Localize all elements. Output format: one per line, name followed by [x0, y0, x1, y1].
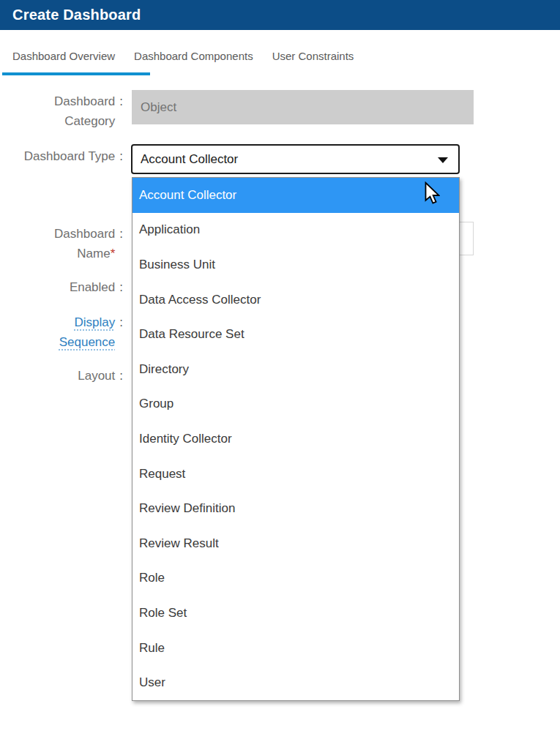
dropdown-option[interactable]: Directory — [132, 352, 459, 387]
dropdown-option[interactable]: Account Collector — [132, 178, 459, 213]
tab-dashboard-overview[interactable]: Dashboard Overview — [12, 44, 115, 62]
label-layout: Layout : — [0, 366, 123, 386]
create-dashboard-dialog: Create Dashboard Dashboard Overview Dash… — [0, 0, 560, 731]
label-dashboard-type: Dashboard Type : — [0, 146, 123, 166]
tab-bar: Dashboard Overview Dashboard Components … — [0, 44, 560, 78]
dropdown-option[interactable]: Request — [132, 457, 459, 492]
tab-user-constraints[interactable]: User Constraints — [272, 44, 354, 62]
dropdown-option[interactable]: Rule — [132, 631, 459, 666]
label-display-sequence: Display Sequence : — [0, 312, 123, 352]
dropdown-option[interactable]: Review Definition — [132, 491, 459, 526]
dashboard-category-field: Object — [132, 90, 474, 124]
dropdown-option[interactable]: Data Resource Set — [132, 317, 459, 352]
label-enabled: Enabled : — [0, 277, 123, 297]
label-dashboard-name: Dashboard Name* : — [0, 224, 123, 263]
dropdown-option[interactable]: Application — [132, 213, 459, 248]
required-marker: * — [111, 247, 116, 260]
dialog-title: Create Dashboard — [0, 7, 141, 23]
dropdown-option[interactable]: Business Unit — [132, 247, 459, 282]
dropdown-list: Account CollectorApplicationBusiness Uni… — [132, 177, 460, 701]
label-dashboard-category: Dashboard Category : — [0, 91, 123, 131]
dropdown-caret-icon — [438, 157, 448, 163]
display-sequence-help-link[interactable]: Display Sequence — [16, 312, 115, 352]
dropdown-option[interactable]: Data Access Collector — [132, 282, 459, 318]
dropdown-option[interactable]: Role Set — [132, 596, 459, 631]
dashboard-type-selected-value: Account Collector — [141, 152, 238, 167]
dropdown-option[interactable]: User — [132, 665, 459, 700]
dropdown-option[interactable]: Review Result — [132, 526, 459, 561]
active-tab-indicator — [2, 72, 150, 75]
dropdown-option[interactable]: Group — [132, 387, 459, 422]
dashboard-type-select[interactable]: Account Collector — [131, 144, 460, 174]
dashboard-category-value: Object — [141, 100, 176, 115]
tab-dashboard-components[interactable]: Dashboard Components — [134, 44, 253, 62]
dialog-header: Create Dashboard — [0, 0, 560, 30]
dropdown-option[interactable]: Identity Collector — [132, 421, 459, 457]
dropdown-option[interactable]: Role — [132, 561, 459, 596]
